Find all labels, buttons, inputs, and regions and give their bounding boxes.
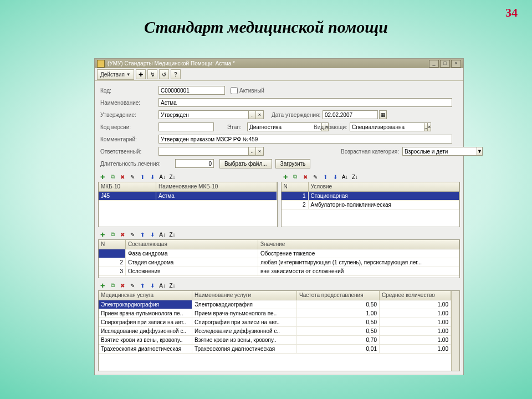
- help-button[interactable]: ?: [171, 69, 181, 79]
- load-button[interactable]: Загрузить: [275, 159, 311, 168]
- date-input[interactable]: [323, 110, 378, 119]
- active-checkbox[interactable]: [231, 87, 238, 94]
- nav-icon[interactable]: ↯: [147, 69, 157, 79]
- titlebar[interactable]: (УМУ) Стандарты Медицинской Помощи: Астм…: [95, 59, 463, 68]
- add-icon[interactable]: ✚: [98, 282, 107, 290]
- sort-za-icon[interactable]: Z↓: [168, 282, 177, 290]
- table-row[interactable]: 3 Осложнения вне зависимости от осложнен…: [99, 267, 459, 276]
- table-row[interactable]: Взятие крови из вены, кровопу..Взятие кр…: [99, 336, 451, 345]
- version-label: Код версии:: [100, 124, 158, 130]
- up-icon[interactable]: ⬆: [138, 282, 147, 290]
- mkb-grid[interactable]: МКБ-10 Наименование МКБ-10 J45 Астма: [98, 182, 278, 227]
- name-label: Наименование:: [100, 100, 158, 106]
- sort-az-icon[interactable]: A↓: [158, 282, 167, 290]
- add-icon[interactable]: ✚: [98, 173, 107, 181]
- stage-combo[interactable]: ..×: [247, 122, 308, 131]
- main-toolbar: Действия▼ ✚ ↯ ↺ ?: [95, 68, 463, 81]
- code-input[interactable]: [158, 86, 225, 95]
- resp-combo[interactable]: ..×: [158, 147, 264, 156]
- insert-icon[interactable]: ⧉: [291, 173, 300, 181]
- edit-icon[interactable]: ✎: [128, 231, 137, 239]
- table-row[interactable]: Прием врача-пульмонолога пе..Прием врача…: [99, 309, 451, 318]
- col-service[interactable]: Медицинская услуга: [99, 291, 192, 300]
- scrollbar[interactable]: [451, 291, 459, 371]
- edit-icon[interactable]: ✎: [311, 173, 320, 181]
- up-icon[interactable]: ⬆: [321, 173, 330, 181]
- col-mkb-name[interactable]: Наименование МКБ-10: [156, 182, 277, 191]
- sort-az-icon[interactable]: A↓: [158, 173, 167, 181]
- table-row[interactable]: Трахеоскопия диагностическаяТрахеоскопия…: [99, 345, 451, 354]
- minimize-button[interactable]: _: [429, 60, 439, 68]
- table-row[interactable]: 1 Стационарная: [282, 192, 460, 201]
- col-mkb[interactable]: МКБ-10: [99, 182, 156, 191]
- actions-menu[interactable]: Действия▼: [97, 69, 134, 80]
- col-service-name[interactable]: Наименование услуги: [192, 291, 297, 300]
- down-icon[interactable]: ⬇: [148, 173, 157, 181]
- sort-az-icon[interactable]: A↓: [158, 231, 167, 239]
- code-label: Код:: [100, 88, 158, 94]
- aid-combo[interactable]: ..×: [350, 122, 421, 131]
- calendar-icon[interactable]: ▦: [379, 110, 387, 119]
- sort-za-icon[interactable]: Z↓: [351, 173, 360, 181]
- down-icon[interactable]: ⬇: [148, 282, 157, 290]
- page-title: Стандарт медицинской помощи: [0, 18, 532, 37]
- age-label: Возрастная категория:: [341, 149, 399, 155]
- refresh-icon[interactable]: ↺: [159, 69, 169, 79]
- resp-label: Ответственный:: [100, 149, 158, 155]
- delete-icon[interactable]: ✖: [118, 282, 127, 290]
- add-icon[interactable]: ✚: [98, 231, 107, 239]
- down-icon[interactable]: ⬇: [148, 231, 157, 239]
- table-row[interactable]: 2 Стадия синдрома любая (интермиттирующа…: [99, 258, 459, 267]
- col-n[interactable]: N: [99, 240, 126, 249]
- edit-icon[interactable]: ✎: [128, 282, 137, 290]
- maximize-button[interactable]: □: [440, 60, 450, 68]
- age-combo[interactable]: ▼: [402, 147, 458, 156]
- close-button[interactable]: ×: [451, 60, 461, 68]
- comment-label: Комментарий:: [100, 136, 158, 142]
- duration-label: Длительность лечения:: [100, 161, 175, 167]
- components-grid[interactable]: N Составляющая Значение Фаза синдрома Об…: [98, 239, 460, 278]
- stage-label: Этап:: [227, 124, 247, 130]
- grid3-toolbar: ✚ ⧉ ✖ ✎ ⬆ ⬇ A↓ Z↓: [98, 229, 460, 239]
- app-icon: [97, 60, 105, 68]
- sort-az-icon[interactable]: A↓: [341, 173, 350, 181]
- grid4-toolbar: ✚ ⧉ ✖ ✎ ⬆ ⬇ A↓ Z↓: [98, 280, 460, 290]
- col-value[interactable]: Значение: [258, 240, 459, 249]
- duration-input[interactable]: [175, 159, 214, 168]
- conditions-grid[interactable]: N Условие 1 Стационарная 2 Амбулаторно-п…: [281, 182, 461, 227]
- col-freq[interactable]: Частота предоставления: [297, 291, 380, 300]
- edit-icon[interactable]: ✎: [128, 173, 137, 181]
- down-icon[interactable]: ⬇: [331, 173, 340, 181]
- file-button[interactable]: Выбрать файл...: [219, 159, 272, 168]
- insert-icon[interactable]: ⧉: [108, 173, 117, 181]
- insert-icon[interactable]: ⧉: [108, 282, 117, 290]
- version-input[interactable]: [158, 122, 214, 131]
- grid2-toolbar: ✚ ⧉ ✖ ✎ ⬆ ⬇ A↓ Z↓: [281, 172, 461, 182]
- sort-za-icon[interactable]: Z↓: [168, 173, 177, 181]
- services-grid[interactable]: Медицинская услуга Наименование услуги Ч…: [98, 290, 460, 371]
- col-component[interactable]: Составляющая: [126, 240, 258, 249]
- table-row[interactable]: Исследование диффузионной с..Исследовани…: [99, 327, 451, 336]
- app-window: (УМУ) Стандарты Медицинской Помощи: Астм…: [94, 58, 464, 375]
- add-icon[interactable]: ✚: [136, 69, 146, 79]
- delete-icon[interactable]: ✖: [301, 173, 310, 181]
- table-row[interactable]: J45 Астма: [99, 192, 277, 201]
- up-icon[interactable]: ⬆: [138, 231, 147, 239]
- up-icon[interactable]: ⬆: [138, 173, 147, 181]
- delete-icon[interactable]: ✖: [118, 173, 127, 181]
- col-avg[interactable]: Среднее количество: [380, 291, 451, 300]
- table-row[interactable]: ЭлектрокардиографияЭлектрокардиография0,…: [99, 300, 451, 309]
- sort-za-icon[interactable]: Z↓: [168, 231, 177, 239]
- insert-icon[interactable]: ⧉: [108, 231, 117, 239]
- col-condition[interactable]: Условие: [309, 182, 460, 191]
- col-n[interactable]: N: [282, 182, 309, 191]
- name-input[interactable]: [158, 98, 452, 107]
- date-label: Дата утверждения:: [272, 112, 323, 118]
- table-row[interactable]: Спирография при записи на авт..Спирограф…: [99, 318, 451, 327]
- delete-icon[interactable]: ✖: [118, 231, 127, 239]
- approval-combo[interactable]: ..×: [158, 110, 264, 119]
- add-icon[interactable]: ✚: [281, 173, 290, 181]
- table-row[interactable]: 2 Амбулаторно-поликлиническая: [282, 201, 460, 209]
- comment-input[interactable]: [158, 135, 452, 144]
- table-row[interactable]: Фаза синдрома Обострение тяжелое: [99, 249, 459, 258]
